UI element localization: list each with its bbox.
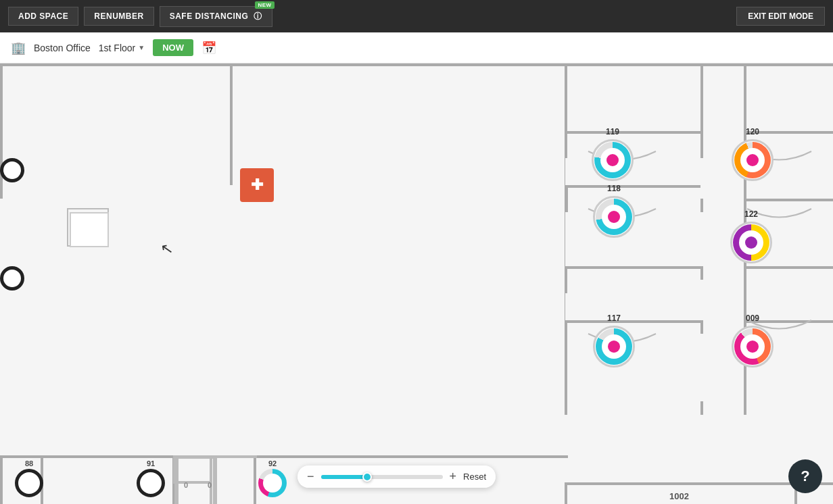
calendar-button[interactable]: 📅: [201, 41, 216, 55]
room-119-label: 119: [606, 127, 619, 136]
partition-right-91: [213, 455, 217, 504]
svg-rect-2: [0, 455, 3, 504]
safe-distancing-button[interactable]: SAFE DISTANCING ⓘ NEW: [160, 6, 272, 27]
svg-rect-20: [744, 266, 833, 269]
room-118[interactable]: 118: [593, 184, 635, 238]
svg-rect-9: [0, 455, 568, 458]
svg-rect-19: [744, 199, 833, 201]
interior-room: [70, 212, 109, 247]
desk-88[interactable]: 88: [15, 459, 43, 497]
floorplan: 1002 83 86 ✚ ↖ 119 120: [0, 64, 833, 504]
zoom-reset-button[interactable]: Reset: [463, 472, 486, 482]
room-117[interactable]: 117: [593, 313, 635, 368]
desk-86[interactable]: [0, 266, 24, 291]
partition-top: [178, 455, 216, 459]
room-122[interactable]: 122: [730, 209, 772, 263]
floorplan-walls: 1002 83 86: [0, 64, 833, 504]
building-icon: 🏢: [11, 41, 26, 55]
zoom-slider-thumb[interactable]: [362, 472, 372, 482]
partition-label-right: 0: [208, 481, 212, 489]
svg-rect-8: [565, 185, 568, 212]
question-circle-icon: ⓘ: [254, 11, 262, 21]
room-119-circle[interactable]: [592, 139, 634, 181]
room-120[interactable]: 120: [732, 127, 774, 181]
exit-edit-mode-button[interactable]: EXIT EDIT MODE: [736, 7, 825, 26]
desk-88-label: 88: [25, 459, 33, 468]
first-aid-icon: ✚: [251, 176, 263, 194]
new-badge: NEW: [255, 1, 274, 9]
room-120-label: 120: [746, 127, 759, 136]
floor-selector[interactable]: 1st Floor ▼: [99, 43, 145, 53]
room-118-circle[interactable]: [593, 196, 635, 238]
room-118-label: 118: [607, 184, 621, 193]
room-009-circle[interactable]: [732, 326, 774, 368]
partition-label-left: 0: [184, 481, 188, 489]
help-button[interactable]: ?: [788, 459, 822, 493]
svg-rect-23: [565, 482, 567, 504]
room-120-circle[interactable]: [732, 139, 774, 181]
room-117-circle[interactable]: [593, 326, 635, 368]
partition-91-92: [174, 455, 178, 504]
zoom-slider-track[interactable]: [321, 475, 443, 479]
svg-text:1002: 1002: [669, 491, 689, 501]
room-009[interactable]: 009: [732, 313, 774, 368]
svg-rect-7: [230, 64, 565, 66]
desk-92-label: 92: [268, 459, 277, 468]
help-icon: ?: [801, 468, 809, 485]
desk-91-label: 91: [147, 459, 155, 468]
svg-rect-14: [565, 266, 700, 269]
room-122-label: 122: [744, 209, 758, 219]
room-009-label: 009: [746, 313, 759, 323]
floor-name: 1st Floor: [99, 43, 135, 53]
desk-91[interactable]: 91: [137, 459, 165, 497]
zoom-out-button[interactable]: −: [307, 470, 314, 484]
subbar: 🏢 Boston Office 1st Floor ▼ NOW 📅: [0, 32, 833, 64]
zoom-slider-fill: [321, 475, 367, 479]
svg-rect-6: [230, 64, 233, 185]
renumber-button[interactable]: RENUMBER: [84, 7, 153, 26]
desk-92[interactable]: 92: [258, 459, 287, 497]
room-119[interactable]: 119: [592, 127, 634, 181]
building-name: Boston Office: [34, 43, 91, 53]
svg-rect-41: [565, 158, 586, 185]
svg-rect-30: [173, 481, 210, 484]
now-button[interactable]: NOW: [153, 39, 193, 56]
chevron-down-icon: ▼: [138, 44, 145, 51]
desk-83[interactable]: [0, 158, 24, 182]
svg-rect-11: [254, 455, 256, 504]
svg-rect-43: [565, 293, 586, 320]
zoom-in-button[interactable]: +: [450, 470, 457, 484]
zoom-bar: − + Reset: [298, 465, 496, 488]
svg-rect-28: [210, 455, 212, 482]
toolbar: ADD SPACE RENUMBER SAFE DISTANCING ⓘ NEW…: [0, 0, 833, 32]
calendar-icon: 📅: [201, 41, 216, 55]
first-aid-station[interactable]: ✚: [240, 168, 274, 202]
room-117-label: 117: [607, 313, 621, 323]
svg-rect-42: [565, 212, 586, 266]
room-122-circle[interactable]: [730, 222, 772, 263]
add-space-button[interactable]: ADD SPACE: [8, 7, 78, 26]
